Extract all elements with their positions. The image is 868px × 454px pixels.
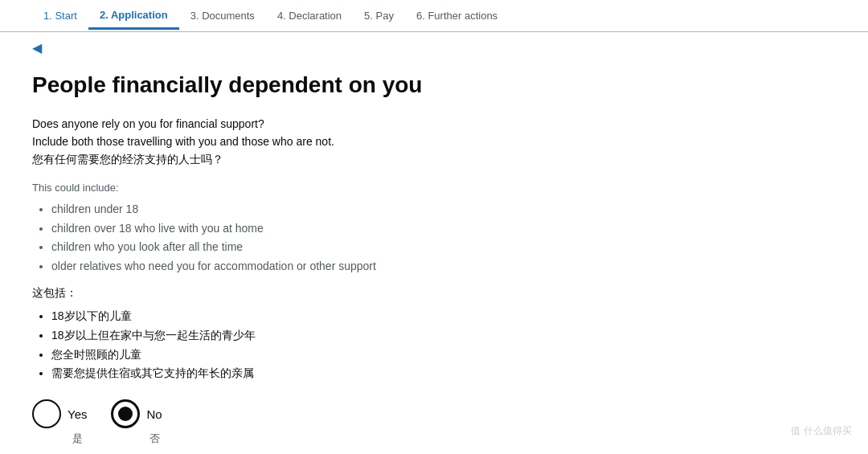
page-title: People financially dependent on you — [32, 72, 530, 99]
list-item-en-4: older relatives who need you for accommo… — [51, 257, 530, 276]
step-application[interactable]: 2. Application — [88, 2, 179, 30]
description-line3: 您有任何需要您的经济支持的人士吗？ — [32, 150, 530, 168]
chinese-intro: 这包括： — [32, 286, 530, 301]
back-arrow-icon[interactable]: ◀ — [32, 40, 42, 55]
watermark-text: 什么值得买 — [804, 424, 852, 438]
chinese-bullet-list: 18岁以下的儿童 18岁以上但在家中与您一起生活的青少年 您全时照顾的儿童 需要… — [32, 307, 530, 383]
radio-group: Yes 是 No 否 — [32, 399, 530, 446]
radio-yes-sublabel: 是 — [72, 432, 83, 446]
list-item-zh-4: 需要您提供住宿或其它支持的年长的亲属 — [51, 364, 530, 383]
list-item-zh-1: 18岁以下的儿童 — [51, 307, 530, 326]
radio-no-label: No — [146, 407, 162, 421]
radio-option-no[interactable]: No 否 — [111, 399, 162, 446]
list-item-zh-2: 18岁以上但在家中与您一起生活的青少年 — [51, 326, 530, 346]
radio-option-yes[interactable]: Yes 是 — [32, 399, 87, 446]
radio-no-inner — [118, 407, 133, 421]
list-item-en-2: children over 18 who live with you at ho… — [51, 219, 530, 239]
step-start[interactable]: 1. Start — [32, 3, 88, 28]
radio-no-circle[interactable] — [111, 399, 140, 428]
list-item-en-3: children who you look after all the time — [51, 238, 530, 257]
hint-text: This could include: — [32, 182, 530, 194]
step-pay[interactable]: 5. Pay — [353, 3, 405, 28]
list-item-en-1: children under 18 — [51, 200, 530, 219]
description-block: Does anyone rely on you for financial su… — [32, 115, 530, 169]
description-line2: Include both those travelling with you a… — [32, 133, 530, 150]
radio-yes-circle[interactable] — [32, 399, 61, 428]
step-declaration[interactable]: 4. Declaration — [266, 3, 353, 28]
watermark: 值 什么值得买 — [791, 424, 852, 438]
list-item-zh-3: 您全时照顾的儿童 — [51, 346, 530, 365]
step-documents[interactable]: 3. Documents — [179, 3, 266, 28]
main-content: People financially dependent on you Does… — [0, 63, 563, 454]
progress-bar: 1. Start 2. Application 3. Documents 4. … — [0, 0, 868, 32]
description-line1: Does anyone rely on you for financial su… — [32, 115, 530, 133]
english-bullet-list: children under 18 children over 18 who l… — [32, 200, 530, 276]
radio-no-sublabel: 否 — [149, 432, 160, 446]
step-further-actions[interactable]: 6. Further actions — [405, 3, 509, 28]
back-navigation: ◀ — [0, 32, 868, 63]
watermark-icon: 值 — [791, 424, 800, 438]
radio-yes-label: Yes — [68, 407, 87, 421]
